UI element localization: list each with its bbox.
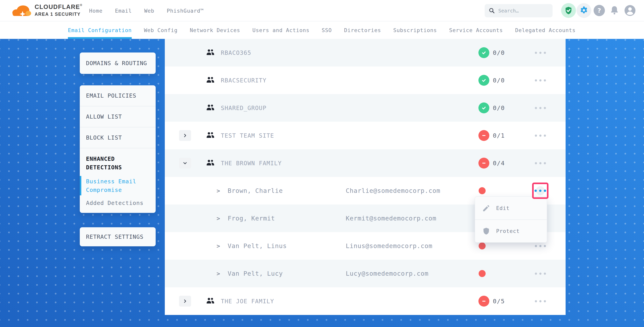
brand-name: CLOUDFLARE	[35, 3, 80, 10]
registered-mark: ®	[80, 3, 82, 6]
protection-count: 0/5	[493, 298, 505, 305]
status-fail-badge	[478, 130, 489, 141]
top-bar: CLOUDFLARE® AREA 1 SECURITY Home Email W…	[0, 0, 644, 21]
status-alert-dot	[478, 187, 486, 194]
search-icon	[488, 7, 495, 14]
expand-button[interactable]	[179, 130, 191, 141]
tab-service-accounts[interactable]: Service Accounts	[449, 21, 503, 39]
table-row: RBACSECURITY 0/0	[165, 66, 566, 94]
sidebar-item-label: RETRACT SETTINGS	[86, 234, 144, 240]
member-email: Kermit@somedemocorp.com	[346, 215, 436, 222]
row-actions-button[interactable]	[530, 295, 550, 307]
active-indicator-bar	[80, 176, 81, 195]
table-row: THE BROWN FAMILY 0/4	[165, 149, 566, 177]
protection-count: 0/0	[493, 77, 505, 84]
row-actions-button[interactable]	[530, 157, 550, 169]
brand-text: CLOUDFLARE® AREA 1 SECURITY	[35, 3, 82, 17]
table-row: SHARED_GROUP 0/0	[165, 94, 566, 122]
notifications-bell-icon[interactable]	[609, 5, 620, 16]
tab-email-configuration[interactable]: Email Configuration	[68, 21, 132, 39]
status-fail-badge	[478, 296, 489, 307]
search-input[interactable]	[498, 8, 545, 13]
status-pass-badge	[478, 75, 489, 86]
nav-email[interactable]: Email	[115, 8, 132, 14]
group-name: THE JOE FAMILY	[221, 298, 274, 305]
menu-item-label: Edit	[496, 205, 510, 211]
tab-network-devices[interactable]: Network Devices	[190, 21, 240, 39]
sidebar-item-label: ALLOW LIST	[86, 113, 122, 120]
nav-web[interactable]: Web	[144, 8, 154, 14]
user-avatar-icon[interactable]	[624, 4, 636, 17]
group-name: TEST TEAM SITE	[221, 132, 274, 139]
tab-directories[interactable]: Directories	[344, 21, 381, 39]
sidebar-item-label: Business Email Compromise	[86, 178, 136, 193]
group-icon	[206, 132, 214, 139]
sidebar-item-email-policies[interactable]: EMAIL POLICIES	[80, 85, 156, 106]
tab-sso[interactable]: SSO	[322, 21, 332, 39]
sidebar-item-added-detections[interactable]: Added Detections	[86, 200, 150, 206]
row-context-menu: Edit Protect	[475, 196, 547, 243]
group-name: RBACO365	[221, 49, 251, 56]
member-name: Van Pelt, Linus	[228, 242, 287, 250]
sidebar-item-allow-list[interactable]: ALLOW LIST	[80, 106, 156, 127]
protection-count: 0/1	[493, 132, 505, 139]
sidebar-item-label: DOMAINS & ROUTING	[86, 60, 147, 66]
protection-count: 0/0	[493, 49, 505, 56]
group-name: SHARED_GROUP	[221, 105, 266, 111]
sidebar-item-block-list[interactable]: BLOCK LIST	[80, 127, 156, 148]
sidebar-item-retract-settings[interactable]: RETRACT SETTINGS	[80, 227, 156, 246]
nav-phishguard[interactable]: PhishGuard™	[167, 8, 204, 14]
member-email: Linus@somedemocorp.com	[346, 242, 432, 250]
group-name: RBACSECURITY	[221, 77, 266, 84]
member-name: Frog, Kermit	[228, 215, 275, 222]
row-actions-button[interactable]	[530, 47, 550, 58]
tab-users-and-actions[interactable]: Users and Actions	[252, 21, 309, 39]
menu-item-label: Protect	[496, 228, 520, 234]
member-chevron: >	[216, 270, 220, 277]
protection-count: 0/0	[493, 104, 505, 111]
row-actions-button[interactable]	[530, 74, 550, 86]
sidebar-item-domains-routing[interactable]: DOMAINS & ROUTING	[80, 52, 156, 74]
primary-nav: Home Email Web PhishGuard™	[89, 0, 204, 21]
row-actions-button[interactable]	[530, 130, 550, 141]
group-icon	[206, 76, 214, 84]
area1-security-app: CLOUDFLARE® AREA 1 SECURITY Home Email W…	[0, 0, 644, 327]
status-alert-dot	[478, 242, 486, 249]
row-actions-button[interactable]	[530, 102, 550, 114]
groups-table: RBACO365 0/0 RBACSECURITY 0/0 SHARED_GRO…	[165, 39, 566, 315]
expand-button[interactable]	[179, 296, 191, 307]
menu-item-protect[interactable]: Protect	[475, 220, 547, 242]
table-row: > Van Pelt, Lucy Lucy@somedemocorp.com	[165, 260, 566, 287]
member-chevron: >	[216, 243, 220, 249]
sidebar-policies-card: EMAIL POLICIES ALLOW LIST BLOCK LIST ENH…	[80, 85, 156, 213]
sidebar-item-label: EMAIL POLICIES	[86, 92, 136, 99]
enhanced-detections-heading: ENHANCED DETECTIONS	[86, 155, 150, 172]
tab-subscriptions[interactable]: Subscriptions	[393, 21, 437, 39]
sidebar-item-business-email-compromise[interactable]: Business Email Compromise	[86, 177, 150, 194]
shield-check-icon[interactable]	[561, 3, 576, 18]
group-icon	[206, 159, 214, 167]
group-icon	[206, 49, 214, 56]
help-icon[interactable]: ?	[594, 5, 605, 16]
tab-delegated-accounts[interactable]: Delegated Accounts	[515, 21, 576, 39]
search-box[interactable]	[485, 4, 552, 17]
group-icon	[206, 104, 214, 112]
status-pass-badge	[478, 102, 489, 113]
group-name: THE BROWN FAMILY	[221, 160, 282, 167]
collapse-button[interactable]	[179, 158, 191, 169]
settings-gear-icon[interactable]	[576, 3, 591, 18]
member-name: Van Pelt, Lucy	[228, 270, 283, 277]
protection-count: 0/4	[493, 160, 505, 167]
pencil-icon	[482, 204, 490, 212]
nav-home[interactable]: Home	[89, 8, 102, 14]
status-alert-dot	[478, 270, 486, 277]
secondary-nav: Email Configuration Web Config Network D…	[0, 21, 644, 39]
highlight-annotation-box	[532, 183, 548, 199]
menu-item-edit[interactable]: Edit	[475, 197, 547, 220]
tab-web-config[interactable]: Web Config	[144, 21, 178, 39]
table-row: TEST TEAM SITE 0/1	[165, 122, 566, 149]
row-actions-button[interactable]	[530, 268, 550, 279]
shield-icon	[482, 227, 490, 235]
table-row: THE JOE FAMILY 0/5	[165, 287, 566, 315]
member-email: Charlie@somedemocorp.com	[346, 187, 440, 194]
